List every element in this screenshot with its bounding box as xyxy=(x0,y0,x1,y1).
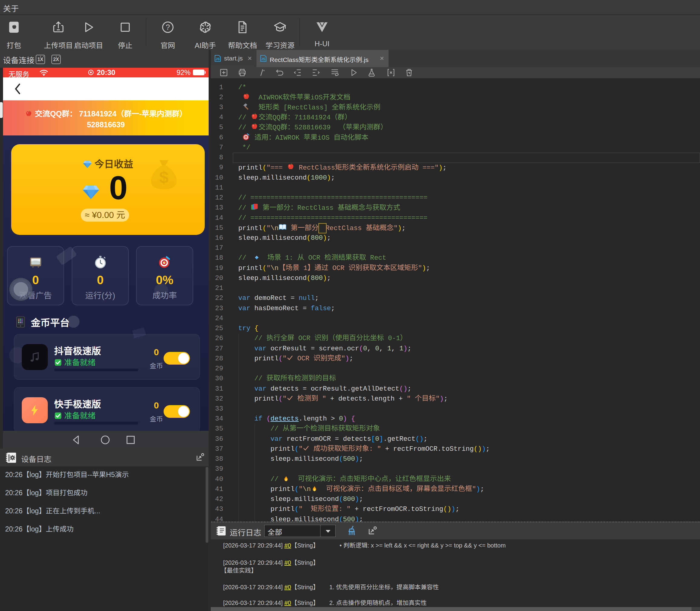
svg-text:JS: JS xyxy=(215,57,220,61)
svg-text:*: * xyxy=(263,69,265,73)
svg-text:JS: JS xyxy=(261,57,265,61)
svg-text:?: ? xyxy=(166,23,170,31)
